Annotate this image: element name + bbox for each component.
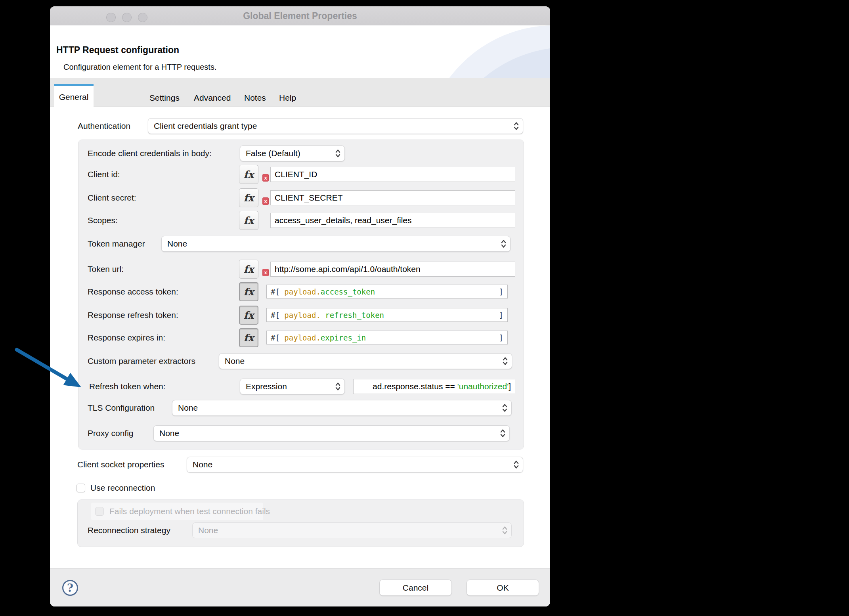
- ok-button[interactable]: OK: [467, 580, 539, 596]
- refresh-token-when-expression-input[interactable]: ad.response.status == 'unauthorized']: [353, 379, 515, 394]
- client-id-input[interactable]: CLIENT_ID: [270, 167, 515, 182]
- token-manager-value: None: [167, 239, 187, 249]
- tab-advanced[interactable]: Advanced: [194, 93, 231, 103]
- reconnection-strategy-select: None: [192, 522, 512, 538]
- scopes-label: Scopes:: [88, 216, 118, 225]
- closing-bracket: ]: [509, 382, 511, 391]
- tls-configuration-label: TLS Configuration: [88, 403, 155, 413]
- token-url-error-icon: x: [262, 269, 269, 276]
- tab-general[interactable]: General: [54, 84, 94, 108]
- client-id-label: Client id:: [88, 170, 120, 179]
- reconnection-strategy-value: None: [198, 526, 218, 535]
- tab-help[interactable]: Help: [279, 93, 296, 103]
- response-refresh-token-label: Response refresh token:: [88, 310, 178, 320]
- response-expires-in-fx-button[interactable]: fx: [239, 328, 258, 347]
- response-refresh-token-input[interactable]: #[ payload. refresh_token ]: [266, 308, 508, 322]
- response-expires-in-input[interactable]: #[ payload.expires_in ]: [266, 331, 508, 344]
- refresh-token-when-type-value: Expression: [246, 382, 287, 391]
- chevron-updown-icon: [501, 239, 507, 249]
- fails-deployment-checkbox: [95, 507, 104, 516]
- expression-left: ad.response.status ==: [373, 382, 457, 391]
- expression-string: 'unauthorized': [457, 382, 509, 391]
- client-secret-label: Client secret:: [88, 193, 136, 203]
- authentication-select-value: Client credentials grant type: [154, 121, 257, 131]
- chevron-updown-icon: [502, 525, 508, 536]
- fails-deployment-label: Fails deployment when test connection fa…: [109, 507, 270, 516]
- encode-credentials-select[interactable]: False (Default): [240, 145, 345, 161]
- global-element-properties-dialog: Global Element Properties HTTP Request c…: [50, 6, 550, 606]
- closing-bracket: ]: [499, 333, 503, 342]
- chevron-updown-icon: [502, 403, 508, 413]
- use-reconnection-checkbox[interactable]: [76, 484, 85, 492]
- response-access-token-input[interactable]: #[ payload.access_token ]: [266, 285, 508, 298]
- proxy-config-select[interactable]: None: [153, 425, 510, 441]
- cancel-button[interactable]: Cancel: [379, 580, 452, 596]
- custom-parameter-extractors-value: None: [225, 356, 245, 366]
- page-subtitle: Configuration element for a HTTP request…: [63, 63, 216, 72]
- tab-notes[interactable]: Notes: [244, 93, 266, 103]
- closing-bracket: ]: [499, 311, 503, 319]
- decorative-swirl: [431, 25, 550, 78]
- token-url-label: Token url:: [88, 264, 124, 274]
- proxy-config-label: Proxy config: [88, 429, 134, 438]
- client-id-error-icon: x: [262, 174, 269, 182]
- tls-configuration-value: None: [178, 403, 198, 413]
- response-access-token-label: Response access token:: [88, 287, 178, 297]
- custom-parameter-extractors-select[interactable]: None: [219, 353, 512, 369]
- client-secret-error-icon: x: [262, 197, 269, 205]
- chevron-updown-icon: [513, 459, 519, 470]
- window-title: Global Element Properties: [50, 11, 550, 21]
- scopes-input[interactable]: access_user_details, read_user_files: [270, 213, 515, 228]
- client-secret-input[interactable]: CLIENT_SECRET: [270, 190, 515, 205]
- closing-bracket: ]: [499, 287, 503, 296]
- use-reconnection-label: Use reconnection: [90, 483, 155, 493]
- page-title: HTTP Request configuration: [56, 45, 179, 55]
- token-url-input[interactable]: http://some.api.com/api/1.0/oauth/token: [270, 262, 515, 277]
- reconnection-strategy-label: Reconnection strategy: [88, 526, 170, 535]
- scopes-fx-button[interactable]: fx: [239, 211, 258, 230]
- token-manager-select[interactable]: None: [161, 236, 511, 252]
- tab-settings[interactable]: Settings: [149, 93, 180, 103]
- response-refresh-token-fx-button[interactable]: fx: [239, 306, 258, 325]
- title-bar: Global Element Properties: [50, 6, 550, 25]
- refresh-token-when-type-select[interactable]: Expression: [240, 379, 345, 394]
- token-manager-label: Token manager: [88, 239, 145, 249]
- annotation-arrow: [8, 340, 103, 400]
- client-secret-fx-button[interactable]: fx: [239, 188, 258, 207]
- response-access-token-fx-button[interactable]: fx: [239, 282, 258, 301]
- expression-text: #[ payload.expires_in: [271, 333, 366, 342]
- chevron-updown-icon: [500, 428, 506, 438]
- chevron-updown-icon: [335, 381, 341, 392]
- chevron-updown-icon: [502, 356, 508, 366]
- tls-configuration-select[interactable]: None: [172, 400, 512, 416]
- expression-text: #[ payload. refresh_token: [271, 311, 384, 319]
- client-id-fx-button[interactable]: fx: [239, 165, 258, 184]
- expression-text: #[ payload.access_token: [271, 287, 375, 296]
- client-socket-properties-value: None: [193, 460, 212, 469]
- screenshot-canvas: Global Element Properties HTTP Request c…: [0, 0, 849, 616]
- dialog-header: HTTP Request configuration Configuration…: [50, 25, 550, 78]
- client-socket-properties-label: Client socket properties: [77, 460, 164, 469]
- help-button[interactable]: ?: [62, 580, 78, 596]
- token-url-fx-button[interactable]: fx: [239, 260, 258, 279]
- encode-credentials-value: False (Default): [246, 149, 300, 158]
- custom-parameter-extractors-label: Custom parameter extractors: [88, 356, 195, 366]
- authentication-select[interactable]: Client credentials grant type: [148, 118, 523, 134]
- chevron-updown-icon: [513, 121, 519, 131]
- chevron-updown-icon: [335, 148, 341, 159]
- proxy-config-value: None: [159, 429, 179, 438]
- tab-strip: [50, 78, 550, 107]
- client-socket-properties-select[interactable]: None: [187, 457, 523, 473]
- encode-credentials-label: Encode client credentials in body:: [88, 149, 212, 158]
- authentication-label: Authentication: [78, 121, 130, 131]
